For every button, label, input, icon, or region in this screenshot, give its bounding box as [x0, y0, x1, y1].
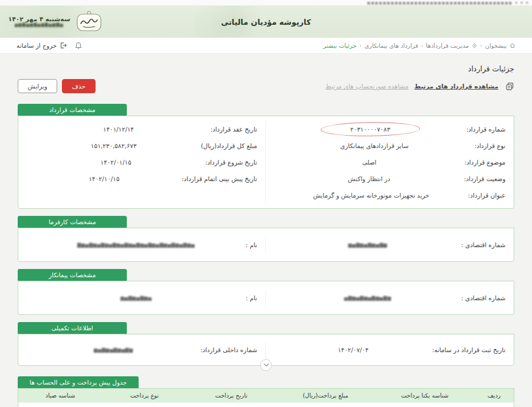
field-contract-expected-end-date: تاریخ پیش بینی اتمام قرارداد: ۱۴۰۲/۱۰/۱۵: [18, 170, 266, 187]
cell-payment-type: سایر: [103, 403, 187, 407]
field-row: شماره اقتصادی : ▆▇▅▆▇▅▆▇▅▆ نام : ▅▆▇▅▆▇▅…: [18, 237, 514, 253]
header-identity-block: سه‌شنبه ۴ مهر ۱۴۰۲ ▅▇▆▅▇▆▅▇▆▅▇▆▅: [8, 9, 103, 33]
app-header: کارپوشه مؤدیان مالیاتی سه‌شنبه ۴ مهر ۱۴۰…: [0, 6, 532, 38]
section-prepayment-table: جدول پیش پرداخت و علی الحساب ها ردیف شنا…: [18, 376, 514, 407]
logout-label: خروج از سامانه: [17, 42, 57, 49]
main-content: جزئیات قرارداد مشاهده قرارداد های مرتبط …: [0, 54, 532, 407]
field-employer-name: نام : ▅▆▇▅▆▇▅▆▇▅▆▇▅▆▇▅▆▇▅▆▇▅▆▇▅▆▇▅▆▇: [18, 237, 266, 253]
field-row: شماره قرارداد: ۲۰۳۱۰۰۰۰۷۰۸۳ تاریخ عقد قر…: [18, 121, 514, 137]
section-header-contract-specs: مشخصات قرارداد: [18, 104, 127, 116]
field-contract-status: وضعیت قرارداد: در انتظار واکنش: [266, 170, 514, 187]
field-contractor-economic-number: شماره اقتصادی : ▆▇▅▆▇▅▆▇▅▆▇▅: [266, 290, 514, 306]
additional-info-panel: تاریخ ثبت قرارداد در سامانه: ۱۴۰۲/۰۷/۰۴ …: [18, 334, 514, 366]
section-additional-info: اطلاعات تکمیلی تاریخ ثبت قرارداد در ساما…: [18, 322, 514, 366]
field-employer-economic-number: شماره اقتصادی : ▆▇▅▆▇▅▆▇▅▆: [266, 237, 514, 253]
col-payment-date: تاریخ پرداخت: [186, 389, 275, 403]
section-contractor-specs: مشخصات پیمانکار شماره اقتصادی : ▆▇▅▆▇▅▆▇…: [18, 269, 514, 315]
section-header-additional-info: اطلاعات تکمیلی: [18, 322, 127, 334]
logout-button[interactable]: خروج از سامانه: [17, 42, 67, 49]
section-header-contractor-specs: مشخصات پیمانکار: [18, 269, 127, 281]
browser-nav-dot[interactable]: [515, 1, 518, 4]
breadcrumb-item-contract-management[interactable]: مدیریت قراردادها: [426, 42, 469, 49]
navigation-bar: پیشخوان ‹ مدیریت قراردادها ‹ قرارداد های…: [0, 38, 532, 54]
field-contract-title: عنوان قرارداد: خرید تجهیزات موتورخانه سر…: [266, 187, 514, 204]
field-contractor-name: نام : ▅▆▇▅▆▇▅▆: [18, 290, 266, 306]
session-controls: خروج از سامانه: [17, 42, 82, 50]
col-unique-payment-id: شناسه یکتا پرداخت: [375, 389, 474, 403]
field-contract-registration-date: تاریخ ثبت قرارداد در سامانه: ۱۴۰۲/۰۷/۰۴: [266, 342, 514, 358]
field-internal-contract-number: شماره داخلی قرارداد: ▆▇▅▆▇▅▆▇▅▆: [18, 342, 266, 358]
field-contract-number: شماره قرارداد: ۲۰۳۱۰۰۰۰۷۰۸۳: [266, 121, 514, 137]
user-name-masked: ▅▇▆▅▇▆▅▇▆▅▇▆▅: [8, 22, 70, 28]
breadcrumb-separator: ‹: [359, 42, 362, 48]
redacted-value: ▅▆▇▅▆▇▅▆: [27, 296, 246, 301]
redacted-value: ▆▇▅▆▇▅▆▇▅▆: [274, 242, 461, 248]
field-contract-subject: موضوع قرارداد: اصلی: [266, 154, 514, 170]
table-header-row: ردیف شناسه یکتا پرداخت مبلغ پرداخت(ریال)…: [18, 389, 514, 403]
breadcrumb-separator: ‹: [480, 42, 482, 48]
contracts-menu-icon: [472, 43, 477, 48]
cell-row-number: ۱: [474, 403, 514, 407]
handdrawn-red-circle-annotation: ۲۰۳۱۰۰۰۰۷۰۸۳: [348, 126, 393, 133]
redacted-value: ▅▆▇▅▆▇▅▆▇▅▆▇▅▆▇▅▆▇▅▆▇▅▆▇▅▆▇▅▆▇: [27, 242, 246, 248]
col-payment-type: نوع پرداخت: [103, 389, 187, 403]
expand-details-button[interactable]: [260, 359, 272, 371]
field-row: شماره اقتصادی : ▆▇▅▆▇▅▆▇▅▆▇▅ نام : ▅▆▇▅▆…: [18, 290, 514, 306]
notification-bell-icon[interactable]: [75, 42, 82, 50]
field-row: وضعیت قرارداد: در انتظار واکنش تاریخ پیش…: [18, 170, 514, 187]
browser-nav-dot[interactable]: [520, 1, 523, 4]
section-header-employer-specs: مشخصات کارفرما: [18, 216, 127, 228]
section-header-prepayment-table: جدول پیش پرداخت و علی الحساب ها: [18, 376, 139, 388]
section-employer-specs: مشخصات کارفرما شماره اقتصادی : ▆▇▅▆▇▅▆▇▅…: [18, 216, 514, 262]
field-row: عنوان قرارداد: خرید تجهیزات موتورخانه سر…: [18, 187, 514, 204]
field-row: تاریخ ثبت قرارداد در سامانه: ۱۴۰۲/۰۷/۰۴ …: [18, 342, 514, 358]
table-row[interactable]: ۱ — ۳۷,۸۰۷,۶۴۵,۶۶۸ ۱۴۰۱/۱۲/۱۸ سایر —: [18, 403, 514, 407]
page-title: جزئیات قرارداد: [18, 64, 514, 73]
header-date-block: سه‌شنبه ۴ مهر ۱۴۰۲ ▅▇▆▅▇▆▅▇▆▅▇▆▅: [8, 15, 70, 28]
employer-specs-panel: شماره اقتصادی : ▆▇▅▆▇▅▆▇▅▆ نام : ▅▆▇▅▆▇▅…: [18, 228, 514, 262]
breadcrumb: پیشخوان ‹ مدیریت قراردادها ‹ قرارداد های…: [323, 42, 515, 49]
cell-payment-date: ۱۴۰۱/۱۲/۱۸: [186, 403, 275, 407]
breadcrumb-item-dashboard[interactable]: پیشخوان: [485, 42, 507, 49]
delete-button[interactable]: حذف: [62, 79, 96, 93]
field-contract-start-date: تاریخ شروع قرارداد: ۱۴۰۲/۰۱/۱۵: [18, 154, 266, 170]
contractor-specs-panel: شماره اقتصادی : ▆▇▅▆▇▅▆▇▅▆▇▅ نام : ▅▆▇▅▆…: [18, 281, 514, 315]
view-related-contracts-link[interactable]: مشاهده قرارداد های مرتبط: [415, 83, 498, 90]
contract-specs-panel: شماره قرارداد: ۲۰۳۱۰۰۰۰۷۰۸۳ تاریخ عقد قر…: [18, 116, 514, 209]
browser-nav-dot[interactable]: [526, 1, 528, 4]
related-links: مشاهده قرارداد های مرتبط مشاهده صورتحساب…: [326, 82, 514, 91]
cell-sayad-id: —: [18, 403, 103, 407]
browser-url-masked[interactable]: ■■■■■■■■■■■■■■■■■■■■■■■■■■■■■■■■■■■■■: [367, 1, 513, 5]
browser-chrome: ■■■■■■■■■■■■■■■■■■■■■■■■■■■■■■■■■■■■■: [0, 0, 532, 6]
edit-button[interactable]: ویرایش: [18, 79, 57, 93]
prepayment-table: ردیف شناسه یکتا پرداخت مبلغ پرداخت(ریال)…: [18, 388, 514, 407]
home-icon: [510, 42, 515, 48]
current-date: سه‌شنبه ۴ مهر ۱۴۰۲: [8, 15, 70, 22]
logout-icon: [60, 42, 67, 49]
chevron-down-icon: [264, 363, 269, 367]
field-contract-sign-date: تاریخ عقد قرارداد: ۱۴۰۱/۱۲/۱۴: [18, 121, 266, 137]
breadcrumb-separator: ‹: [421, 42, 423, 48]
taxpayer-portal-app: ■■■■■■■■■■■■■■■■■■■■■■■■■■■■■■■■■■■■■ کا…: [0, 0, 532, 407]
col-row-number: ردیف: [474, 389, 514, 403]
organization-logo: [75, 9, 103, 33]
redacted-value: ▆▇▅▆▇▅▆▇▅▆: [27, 347, 201, 353]
cell-payment-amount: ۳۷,۸۰۷,۶۴۵,۶۶۸: [276, 403, 375, 407]
breadcrumb-item-more-details[interactable]: جزئیات بیشتر: [323, 42, 356, 49]
breadcrumb-item-contracting-contracts[interactable]: قرارداد های پیمانکاری: [364, 42, 418, 49]
view-related-invoices-link[interactable]: مشاهده صورتحساب های مرتبط: [326, 83, 409, 90]
copy-documents-icon[interactable]: [505, 82, 514, 91]
field-contract-total-amount: مبلغ کل قرارداد(ریال) ۱۵۱,۲۳۰,۵۸۲,۶۷۳: [18, 137, 266, 154]
empty-cell: [18, 187, 266, 204]
contract-action-buttons: حذف ویرایش: [18, 79, 96, 93]
cell-unique-payment-id: —: [375, 403, 474, 407]
field-contract-type: نوع قرارداد: سایر قراردادهای پیمانکاری: [266, 137, 514, 154]
field-row: نوع قرارداد: سایر قراردادهای پیمانکاری م…: [18, 137, 514, 154]
col-sayad-id: شناسه صیاد: [18, 389, 103, 403]
actions-row: مشاهده قرارداد های مرتبط مشاهده صورتحساب…: [18, 78, 514, 94]
section-contract-specs: مشخصات قرارداد شماره قرارداد: ۲۰۳۱۰۰۰۰۷۰…: [18, 104, 514, 209]
field-row: موضوع قرارداد: اصلی تاریخ شروع قرارداد: …: [18, 154, 514, 170]
col-payment-amount: مبلغ پرداخت(ریال): [276, 389, 375, 403]
redacted-value: ▆▇▅▆▇▅▆▇▅▆▇▅: [274, 296, 461, 301]
